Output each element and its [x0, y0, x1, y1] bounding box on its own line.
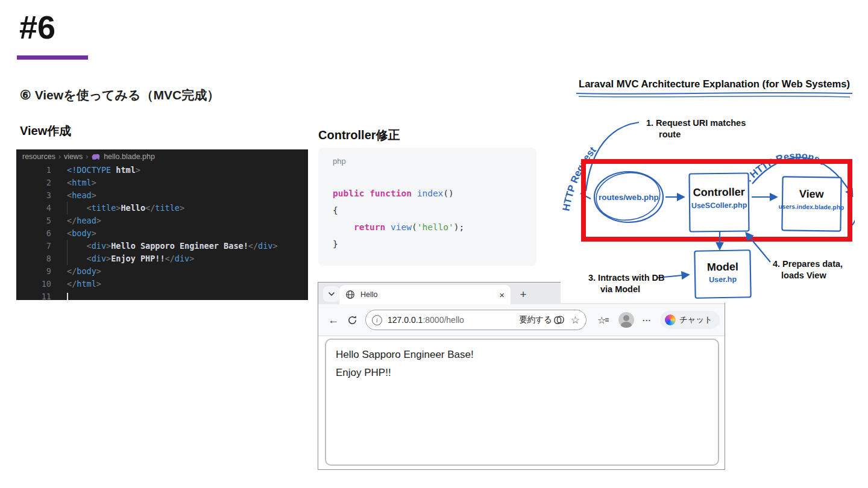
svg-text:HTTP Request: HTTP Request — [561, 144, 598, 211]
php-language-label: php — [333, 157, 346, 166]
http-request-label: HTTP Request — [561, 144, 598, 211]
view-section-heading: View作成 — [20, 123, 71, 139]
code-line: 9</body> — [16, 265, 308, 278]
tab-search-button[interactable] — [323, 286, 339, 302]
code-line: 2<html> — [16, 177, 308, 189]
request-arc — [586, 122, 639, 191]
favorites-hub-icon[interactable]: ☆≡ — [597, 314, 609, 326]
editor-code: 1<!DOCTYPE html>2<html>3<head>4 <title>H… — [16, 164, 308, 300]
browser-window: Hello × + ← i 127.0.0.1:8000/hello 要約する — [318, 282, 725, 470]
url-text[interactable]: 127.0.0.1:8000/hello — [388, 315, 519, 325]
back-button[interactable]: ← — [328, 314, 339, 327]
summarize-button[interactable]: 要約する — [519, 314, 565, 325]
page-text-line: Enjoy PHP!! — [336, 364, 708, 382]
breadcrumb: resources › views › hello.blade.php — [16, 149, 308, 164]
hub-lines-glyph: ≡ — [605, 316, 609, 324]
view-title: View — [799, 188, 825, 201]
diagram-step1: route — [659, 130, 681, 139]
text-cursor — [67, 293, 68, 301]
routes-label: routes/web.php — [599, 193, 659, 202]
url-path: :8000/hello — [423, 315, 464, 325]
php-elephant-icon — [92, 153, 100, 160]
page-text-line: Hello Sapporo Engineer Base! — [336, 346, 708, 364]
chevron-down-icon — [328, 292, 335, 296]
breadcrumb-separator: › — [86, 152, 88, 161]
browser-page-content: Hello Sapporo Engineer Base!Enjoy PHP!! — [325, 339, 719, 466]
title-underline — [579, 96, 850, 97]
tab-title: Hello — [360, 290, 495, 299]
php-code-line: { — [333, 202, 464, 219]
php-snippet-card: php public function index(){ return view… — [318, 148, 536, 266]
diagram-step3: 3. Intracts with DB — [588, 273, 665, 283]
php-code-line: return view('hello'); — [333, 219, 464, 236]
copilot-chat-label: チャット — [679, 314, 712, 325]
diagram-step1: 1. Request URI matches — [646, 118, 746, 128]
globe-icon — [345, 290, 355, 299]
model-node: Model User.hp — [694, 250, 750, 298]
favorite-star-icon[interactable]: ☆ — [571, 314, 580, 327]
code-line: 5</head> — [16, 214, 308, 227]
view-node: View users.index.blade.php — [778, 177, 844, 231]
breadcrumb-item-resources[interactable]: resources — [22, 152, 55, 161]
diagram-step3: via Model — [600, 284, 640, 294]
php-code-line: } — [333, 236, 464, 252]
slide-canvas: #6 ⑥ Viewを使ってみる（MVC完成） View作成 Controller… — [0, 0, 868, 488]
url-host: 127.0.0.1 — [388, 315, 423, 325]
code-editor: resources › views › hello.blade.php 1<!D… — [16, 149, 308, 300]
controller-section-heading: Controller修正 — [318, 127, 400, 143]
browser-tab[interactable]: Hello × — [339, 285, 511, 304]
controller-sub: UseSColler.php — [691, 201, 747, 210]
tab-close-icon[interactable]: × — [499, 290, 505, 300]
diagram-step4: loads View — [781, 271, 826, 280]
code-line: 7 <div>Hello Sapporo Engineer Base!</div… — [16, 240, 308, 252]
copilot-logo-icon — [665, 314, 676, 325]
profile-avatar[interactable] — [618, 312, 634, 328]
slide-number: #6 — [19, 8, 55, 46]
menu-dots-icon[interactable]: ••• — [643, 318, 651, 323]
mvc-diagram: Laraval MVC Architecture Explanation (fo… — [561, 69, 855, 303]
model-sub: User.hp — [709, 275, 737, 284]
code-line: 1<!DOCTYPE html> — [16, 164, 308, 177]
diagram-title: Laraval MVC Architecture Explanation (fo… — [579, 78, 850, 90]
breadcrumb-item-file[interactable]: hello.blade.php — [104, 152, 155, 161]
slide-number-underline — [17, 55, 88, 60]
copilot-outline-icon — [553, 315, 565, 325]
main-heading: ⑥ Viewを使ってみる（MVC完成） — [20, 87, 219, 104]
code-line: 4 <title>Hello</title> — [16, 202, 308, 214]
address-bar[interactable]: i 127.0.0.1:8000/hello 要約する ☆ — [365, 310, 587, 330]
diagram-step4: 4. Prepares data, — [773, 259, 843, 269]
reload-button[interactable] — [347, 315, 357, 325]
code-line: 6<body> — [16, 227, 308, 240]
view-sub: users.index.blade.php — [778, 203, 844, 211]
breadcrumb-item-views[interactable]: views — [64, 152, 83, 161]
code-line: 3<head> — [16, 189, 308, 202]
breadcrumb-separator: › — [58, 152, 61, 161]
controller-title: Controller — [693, 186, 745, 199]
controller-node: Controller UseSColler.php — [690, 173, 749, 231]
php-code-line: public function index() — [333, 185, 464, 202]
copilot-chat-button[interactable]: チャット — [660, 311, 720, 329]
code-line: 8 <div>Enjoy PHP!!</div> — [16, 252, 308, 265]
model-title: Model — [707, 261, 738, 274]
php-snippet-code: public function index(){ return view('he… — [333, 185, 464, 252]
summarize-label: 要約する — [519, 314, 552, 325]
browser-toolbar: ← i 127.0.0.1:8000/hello 要約する — [318, 304, 725, 336]
code-line: 11 — [16, 290, 308, 300]
site-info-icon[interactable]: i — [372, 315, 382, 325]
code-line: 10</html> — [16, 278, 308, 290]
new-tab-button[interactable]: + — [515, 287, 531, 302]
title-underline — [576, 93, 852, 94]
